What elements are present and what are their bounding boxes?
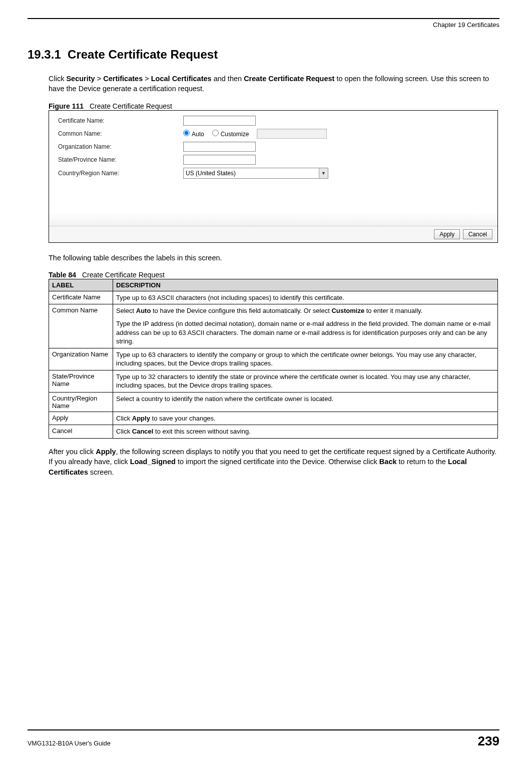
table-caption: Table 84 Create Certificate Request bbox=[49, 271, 499, 279]
intro-pre: Click bbox=[49, 75, 66, 83]
page-footer: VMG1312-B10A User's Guide 239 bbox=[28, 729, 499, 749]
txt-bold: Load_Signed bbox=[130, 458, 176, 466]
row-desc: Type up to 63 characters to identify the… bbox=[113, 348, 498, 370]
table-row: State/Province Name Type up to 32 charac… bbox=[49, 370, 498, 392]
apply-button[interactable]: Apply bbox=[434, 229, 460, 239]
section-heading: 19.3.1 Create Certificate Request bbox=[28, 48, 499, 62]
footer-guide-name: VMG1312-B10A User's Guide bbox=[28, 740, 111, 747]
txt-bold: Customize bbox=[331, 307, 364, 314]
nav-sep2: > bbox=[143, 75, 151, 83]
txt: Type the IP address (in dotted decimal n… bbox=[116, 319, 494, 346]
row-label: Common Name bbox=[49, 304, 113, 348]
txt-bold: Apply bbox=[132, 415, 150, 422]
txt: screen. bbox=[88, 468, 114, 476]
description-table: LABEL DESCRIPTION Certificate Name Type … bbox=[49, 279, 498, 439]
nav-sep1: > bbox=[95, 75, 104, 83]
radio-customize[interactable] bbox=[212, 130, 219, 136]
figure-form-area: Certificate Name: Common Name: Auto Cust… bbox=[49, 111, 497, 226]
chapter-header: Chapter 19 Certificates bbox=[28, 21, 499, 29]
table-row: Certificate Name Type up to 63 ASCII cha… bbox=[49, 291, 498, 304]
figure-create-certificate-request: Certificate Name: Common Name: Auto Cust… bbox=[49, 110, 498, 243]
label-state-province-name: State/Province Name: bbox=[58, 156, 183, 163]
row-label: Apply bbox=[49, 412, 113, 425]
figure-button-bar: Apply Cancel bbox=[49, 226, 497, 242]
row-label: Certificate Name bbox=[49, 291, 113, 304]
table-row: Cancel Click Cancel to exit this screen … bbox=[49, 425, 498, 439]
intro-paragraph: Click Security > Certificates > Local Ce… bbox=[49, 74, 499, 94]
select-country-region[interactable]: US (United States) ▼ bbox=[183, 168, 328, 179]
label-organization-name: Organization Name: bbox=[58, 143, 183, 150]
row-desc: Type up to 32 characters to identify the… bbox=[113, 370, 498, 392]
input-certificate-name[interactable] bbox=[183, 116, 256, 126]
th-label: LABEL bbox=[49, 279, 113, 291]
header-rule bbox=[28, 18, 499, 19]
txt-bold: Apply bbox=[96, 448, 116, 456]
txt: to import the signed certificate into th… bbox=[176, 458, 379, 466]
txt-bold: Cancel bbox=[132, 428, 154, 435]
th-description: DESCRIPTION bbox=[113, 279, 498, 291]
table-title: Create Certificate Request bbox=[82, 271, 165, 279]
row-label: Cancel bbox=[49, 425, 113, 439]
label-common-name: Common Name: bbox=[58, 130, 183, 137]
section-number: 19.3.1 bbox=[28, 48, 61, 61]
chevron-down-icon: ▼ bbox=[319, 168, 328, 178]
nav-security: Security bbox=[66, 75, 95, 83]
table-label: Table 84 bbox=[49, 271, 76, 279]
footer-rule bbox=[28, 729, 499, 730]
row-desc: Type up to 63 ASCII characters (not incl… bbox=[113, 291, 498, 304]
txt: to have the Device configure this field … bbox=[151, 307, 331, 314]
txt: After you click bbox=[49, 448, 96, 456]
select-country-value: US (United States) bbox=[186, 170, 236, 177]
nav-certificates: Certificates bbox=[103, 75, 143, 83]
txt: Click bbox=[116, 428, 132, 435]
intro-mid: and then bbox=[212, 75, 244, 83]
txt-bold: Back bbox=[379, 458, 397, 466]
txt: to exit this screen without saving. bbox=[153, 428, 250, 435]
cancel-button[interactable]: Cancel bbox=[463, 229, 492, 239]
txt: to return to the bbox=[397, 458, 448, 466]
table-row: Country/Region Name Select a country to … bbox=[49, 392, 498, 412]
figure-caption: Figure 111 Create Certificate Request bbox=[49, 102, 499, 110]
row-label: State/Province Name bbox=[49, 370, 113, 392]
figure-title: Create Certificate Request bbox=[90, 102, 172, 110]
nav-local-certificates: Local Certificates bbox=[151, 75, 212, 83]
input-common-name-custom bbox=[257, 129, 327, 139]
row-desc: Select Auto to have the Device configure… bbox=[113, 304, 498, 348]
outro-paragraph: After you click Apply, the following scr… bbox=[49, 447, 499, 477]
table-row: Organization Name Type up to 63 characte… bbox=[49, 348, 498, 370]
table-row: Common Name Select Auto to have the Devi… bbox=[49, 304, 498, 348]
radio-customize-wrap[interactable]: Customize bbox=[212, 130, 249, 138]
input-state-province-name[interactable] bbox=[183, 155, 256, 165]
radio-customize-label: Customize bbox=[221, 131, 249, 138]
figure-label: Figure 111 bbox=[49, 102, 84, 110]
page-number: 239 bbox=[478, 733, 499, 749]
radio-auto-label: Auto bbox=[192, 131, 204, 138]
table-row: Apply Click Apply to save your changes. bbox=[49, 412, 498, 425]
label-country-region-name: Country/Region Name: bbox=[58, 170, 183, 177]
txt: Select bbox=[116, 307, 136, 314]
row-desc: Select a country to identify the nation … bbox=[113, 392, 498, 412]
txt: to enter it manually. bbox=[364, 307, 422, 314]
input-organization-name[interactable] bbox=[183, 142, 256, 152]
row-label: Organization Name bbox=[49, 348, 113, 370]
radio-auto[interactable] bbox=[183, 130, 190, 136]
label-certificate-name: Certificate Name: bbox=[58, 117, 183, 124]
txt: to save your changes. bbox=[150, 415, 216, 422]
radio-auto-wrap[interactable]: Auto bbox=[183, 130, 204, 138]
row-desc: Click Apply to save your changes. bbox=[113, 412, 498, 425]
txt-bold: Auto bbox=[136, 307, 151, 314]
txt: Click bbox=[116, 415, 132, 422]
row-desc: Click Cancel to exit this screen without… bbox=[113, 425, 498, 439]
section-title: Create Certificate Request bbox=[68, 48, 218, 61]
nav-create-cert-request: Create Certificate Request bbox=[244, 75, 334, 83]
table-header-row: LABEL DESCRIPTION bbox=[49, 279, 498, 291]
row-label: Country/Region Name bbox=[49, 392, 113, 412]
table-intro: The following table describes the labels… bbox=[49, 253, 499, 263]
